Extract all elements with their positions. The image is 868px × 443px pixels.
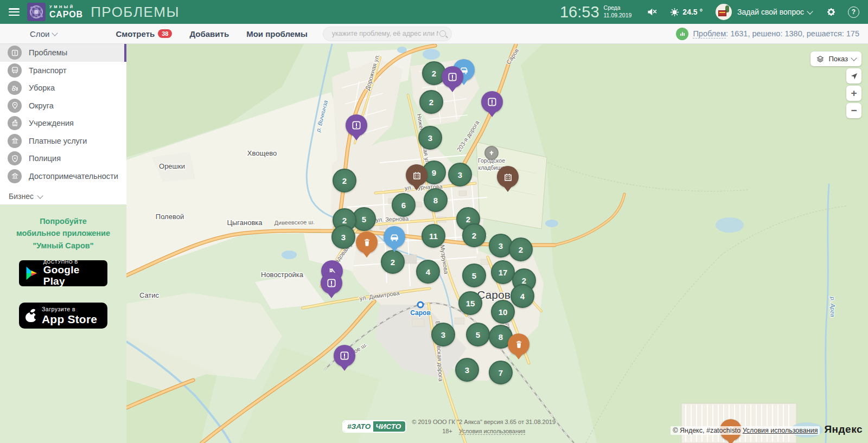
- menu-icon[interactable]: [9, 8, 20, 16]
- sidebar-item-полиция[interactable]: Полиция: [0, 150, 126, 168]
- cluster-marker[interactable]: 2: [419, 90, 443, 114]
- app-store-caption: Загрузите в: [42, 306, 97, 313]
- stats-summary: Проблем: 1631, решено: 1380, решается: 1…: [676, 28, 859, 40]
- ask-question-label: Задай свой вопрос: [737, 8, 804, 16]
- search-icon[interactable]: [439, 30, 446, 37]
- sidebar-item-label: Уборка: [29, 84, 55, 92]
- help-icon[interactable]: ?: [848, 7, 859, 18]
- cluster-marker[interactable]: 4: [416, 260, 440, 284]
- my-problems-button[interactable]: Мои проблемы: [246, 29, 308, 38]
- problem-pin-building[interactable]: [497, 166, 519, 188]
- map-display-settings-label: Показ: [828, 55, 848, 63]
- yandex-attribution: © Яндекс, #zatochisto Условия использова…: [671, 423, 863, 435]
- zoom-in-button[interactable]: +: [846, 86, 861, 101]
- app-logo[interactable]: [27, 3, 46, 21]
- sidebar-item-label: Учреждения: [29, 119, 74, 127]
- terms-link[interactable]: Условия использования: [459, 428, 525, 435]
- sidebar-item-label: Проблемы: [29, 48, 67, 57]
- sidebar-item-транспорт[interactable]: Транспорт: [0, 62, 126, 80]
- sidebar-item-уборка[interactable]: Уборка: [0, 79, 126, 97]
- mobile-app-promo: Попробуйтемобильное приложение"Умный Сар…: [0, 215, 126, 252]
- bank-icon: [8, 169, 22, 183]
- cluster-marker[interactable]: 6: [392, 193, 416, 217]
- cluster-marker[interactable]: 8: [424, 188, 448, 212]
- gear-icon: [826, 7, 836, 17]
- search-box[interactable]: [323, 27, 452, 41]
- search-input[interactable]: [331, 29, 439, 38]
- cluster-marker[interactable]: 7: [489, 361, 513, 384]
- mute-icon[interactable]: [647, 8, 657, 16]
- sidebar-item-label: Транспорт: [29, 66, 67, 75]
- stats-chart-icon[interactable]: [676, 28, 688, 40]
- yandex-logo[interactable]: Яндекс: [824, 423, 863, 435]
- cluster-marker[interactable]: 2: [333, 169, 356, 192]
- weather-widget[interactable]: 24.5 °: [670, 8, 703, 17]
- map-display-settings-button[interactable]: Показ: [810, 52, 861, 66]
- sidebar-item-учреждения[interactable]: Учреждения: [0, 114, 126, 132]
- problem-pin-building[interactable]: [406, 164, 427, 186]
- app-store-badge[interactable]: Загрузите в App Store: [19, 303, 107, 329]
- google-play-badge[interactable]: ДОСТУПНО В Google Play: [19, 260, 107, 286]
- cluster-marker[interactable]: 10: [491, 300, 515, 324]
- apple-icon: [25, 309, 36, 323]
- map-credit: #ЗАТОЧИСТО © 2019 ООО ГК "2 Аякса" верси…: [342, 418, 556, 435]
- problem-pin-alert[interactable]: [321, 272, 342, 294]
- bank-icon: [8, 134, 22, 148]
- sidebar-item-достопримечательности[interactable]: Достопримечательности: [0, 168, 126, 185]
- cluster-marker[interactable]: 3: [431, 323, 455, 346]
- shield-icon: [8, 151, 22, 165]
- watch-button[interactable]: Смотреть 38: [116, 29, 172, 38]
- layers-menu-label: Слои: [30, 29, 49, 38]
- watch-count-badge: 38: [158, 29, 172, 38]
- settings-button[interactable]: [826, 7, 836, 17]
- cluster-marker[interactable]: 3: [455, 358, 479, 382]
- location-arrow-icon: [850, 72, 858, 80]
- cluster-marker[interactable]: 5: [462, 264, 486, 287]
- sidebar-item-label: Округа: [29, 101, 54, 110]
- cluster-marker[interactable]: 11: [422, 224, 445, 248]
- promo-line: "Умный Саров": [0, 240, 126, 252]
- sidebar-item-проблемы[interactable]: Проблемы: [0, 44, 126, 62]
- problem-pin-alert[interactable]: [481, 91, 503, 113]
- stats-problems-link[interactable]: Проблем: [693, 29, 726, 38]
- promo-line: мобильное приложение: [0, 227, 126, 239]
- cluster-marker[interactable]: 2: [509, 237, 533, 261]
- sidebar-item-label: Полиция: [29, 154, 61, 163]
- sidebar-item-label: Платные услуги: [29, 137, 87, 145]
- tractor-icon: [8, 81, 22, 95]
- layers-menu-button[interactable]: Слои: [30, 29, 57, 38]
- problem-pin-trash[interactable]: [508, 333, 529, 355]
- sidebar-item-платные услуги[interactable]: Платные услуги: [0, 132, 126, 150]
- google-play-title: Google Play: [43, 265, 101, 287]
- poi-cemetery-icon[interactable]: [484, 146, 499, 160]
- map-canvas[interactable]: ХвощевоОрешкиПолевойЦыгановкаНовостройка…: [126, 44, 868, 443]
- cluster-marker[interactable]: 3: [331, 225, 355, 249]
- problem-pin-alert[interactable]: [442, 66, 463, 88]
- stats-values: : 1631, решено: 1380, решается: 175: [726, 29, 859, 38]
- avatar[interactable]: [716, 4, 732, 20]
- problem-pin-trash[interactable]: [356, 232, 378, 253]
- business-label: Бизнес: [9, 192, 34, 201]
- cluster-marker[interactable]: 2: [381, 250, 405, 274]
- railway-station-icon[interactable]: [417, 301, 424, 309]
- cluster-marker[interactable]: 17: [491, 260, 515, 284]
- sidebar-item-округа[interactable]: Округа: [0, 97, 126, 115]
- cluster-marker[interactable]: 15: [458, 291, 482, 315]
- ask-question-button[interactable]: Задай свой вопрос: [737, 8, 812, 16]
- cluster-marker[interactable]: 3: [418, 126, 442, 150]
- locate-me-button[interactable]: [846, 68, 861, 84]
- bus-icon: [8, 63, 22, 78]
- cluster-marker[interactable]: 2: [462, 223, 486, 247]
- app-title: УМНЫЙ САРОВ: [49, 5, 83, 19]
- cluster-marker[interactable]: 4: [510, 284, 534, 308]
- zato-chisto-badge[interactable]: #ЗАТОЧИСТО: [342, 420, 406, 433]
- add-problem-button[interactable]: Добавить: [189, 29, 229, 38]
- problem-pin-alert[interactable]: [346, 114, 367, 136]
- zoom-out-button[interactable]: −: [846, 103, 861, 118]
- cluster-marker[interactable]: 5: [466, 323, 490, 346]
- problem-pin-car[interactable]: [384, 226, 405, 248]
- sidebar-item-business[interactable]: Бизнес: [0, 188, 126, 204]
- cluster-marker[interactable]: 3: [448, 163, 472, 187]
- problem-pin-alert[interactable]: [334, 345, 355, 367]
- yandex-terms-link[interactable]: Условия использования: [743, 427, 818, 434]
